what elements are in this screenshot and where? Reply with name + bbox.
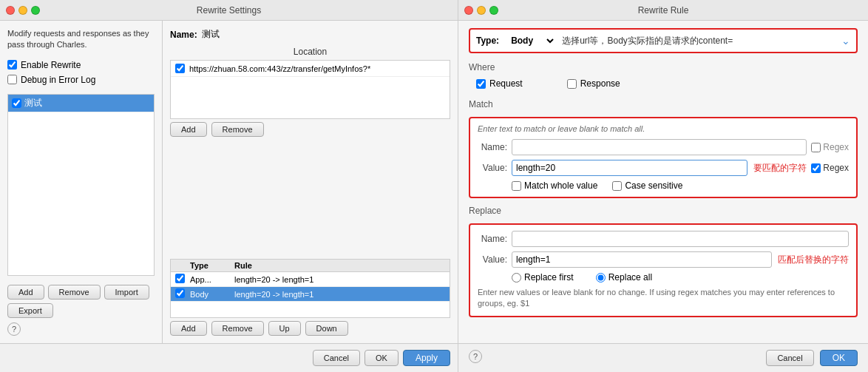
rule-down-button[interactable]: Down — [305, 321, 348, 336]
close-btn-left[interactable] — [6, 6, 15, 15]
col-rule-header: Rule — [234, 261, 445, 270]
remove-rule-button[interactable]: Remove — [48, 285, 101, 300]
match-header: Match — [469, 99, 858, 109]
loc-remove-button[interactable]: Remove — [211, 122, 264, 137]
rule-add-button[interactable]: Add — [170, 321, 207, 336]
rules-table-row-2[interactable]: Body length=20 -> length=1 — [171, 287, 450, 302]
location-row: https://zhuan.58.com:443/zz/transfer/get… — [171, 61, 450, 77]
case-sensitive-checkbox[interactable] — [612, 181, 622, 191]
response-checkbox[interactable] — [567, 79, 577, 89]
col-type-header: Type — [190, 261, 234, 270]
match-whole-row: Match whole value — [512, 180, 597, 191]
replace-value-annotation: 匹配后替换的字符 — [778, 254, 849, 266]
match-value-input[interactable] — [512, 160, 747, 176]
dropdown-icon: ⌄ — [841, 35, 850, 47]
location-checkbox[interactable] — [175, 64, 185, 73]
type-label: Type: — [476, 35, 499, 46]
enable-rewrite-checkbox[interactable] — [7, 60, 17, 70]
sidebar-rule-item[interactable]: 测试 — [8, 95, 154, 112]
case-sensitive-row: Case sensitive — [612, 180, 682, 191]
rule-up-button[interactable]: Up — [268, 321, 301, 336]
where-checkboxes: Request Response — [469, 75, 858, 92]
match-value-regex-checkbox[interactable] — [811, 163, 821, 173]
left-content: Modify requests and responses as they pa… — [0, 21, 458, 343]
ok-button-left[interactable]: OK — [365, 350, 399, 366]
export-button[interactable]: Export — [7, 303, 53, 318]
left-bottom-buttons: Cancel OK Apply — [0, 343, 458, 372]
replace-first-label: Replace first — [524, 272, 574, 283]
rules-table-row-1[interactable]: App... length=20 -> length=1 — [171, 272, 450, 287]
where-header: Where — [469, 62, 858, 72]
replace-value-input[interactable] — [512, 251, 772, 268]
debug-label: Debug in Error Log — [21, 75, 95, 85]
match-value-regex: Regex — [811, 163, 849, 173]
match-name-label: Name: — [478, 142, 507, 152]
request-checkbox[interactable] — [476, 79, 486, 89]
response-label: Response — [580, 78, 620, 89]
sidebar-buttons: Add Remove Import Export — [7, 285, 155, 318]
rules-table-section: Type Rule App... length=20 -> length=1 B… — [170, 259, 450, 336]
rules-action-buttons: Add Remove Up Down — [170, 321, 450, 336]
help-button-right[interactable]: ? — [469, 350, 482, 363]
match-name-input[interactable] — [512, 139, 807, 155]
replace-name-row: Name: — [478, 231, 849, 247]
replace-value-row: Value: 匹配后替换的字符 — [478, 251, 849, 268]
rule-row-1-type: App... — [190, 275, 234, 284]
sidebar-rule-checkbox[interactable] — [12, 98, 21, 108]
debug-checkbox[interactable] — [7, 75, 17, 84]
replace-first-row: Replace first — [512, 272, 574, 283]
match-name-row: Name: Regex — [478, 139, 849, 155]
sidebar-description: Modify requests and responses as they pa… — [7, 28, 155, 51]
min-btn-left[interactable] — [18, 6, 27, 15]
location-table: https://zhuan.58.com:443/zz/transfer/get… — [170, 60, 450, 119]
rule-row-2-checkbox[interactable] — [175, 288, 185, 298]
rule-row-2-rule: length=20 -> length=1 — [234, 290, 445, 299]
replace-name-input[interactable] — [512, 231, 849, 247]
replace-first-radio[interactable] — [512, 273, 521, 283]
sidebar-rule-name: 测试 — [24, 97, 42, 109]
add-rule-button[interactable]: Add — [7, 285, 44, 300]
left-main: Name: 测试 Location https://zhuan.58.com:4… — [163, 21, 458, 343]
rules-table-header: Type Rule — [171, 260, 450, 272]
sidebar-rules-list[interactable]: 测试 — [7, 94, 155, 276]
where-section: Where Request Response — [469, 62, 858, 92]
match-name-regex-checkbox[interactable] — [811, 143, 821, 152]
replace-section: Name: Value: 匹配后替换的字符 Replace first Repl… — [469, 223, 858, 317]
name-label: Name: — [170, 30, 197, 40]
match-options: Match whole value Case sensitive — [478, 180, 849, 191]
cancel-button-left[interactable]: Cancel — [313, 350, 360, 366]
name-value: 测试 — [202, 28, 220, 41]
match-section: Enter text to match or leave blank to ma… — [469, 117, 858, 198]
left-window-controls — [6, 6, 40, 15]
max-btn-left[interactable] — [31, 6, 40, 15]
right-window-controls — [464, 6, 498, 15]
replace-header: Replace — [469, 206, 858, 216]
ok-button-right[interactable]: OK — [820, 350, 858, 366]
max-btn-right[interactable] — [489, 6, 498, 15]
close-btn-right[interactable] — [464, 6, 473, 15]
replace-all-row: Replace all — [596, 272, 652, 283]
import-button[interactable]: Import — [104, 285, 149, 300]
min-btn-right[interactable] — [477, 6, 486, 15]
rule-row-1-checkbox[interactable] — [175, 274, 185, 283]
rule-row-2-type: Body — [190, 290, 234, 299]
apply-button[interactable]: Apply — [403, 350, 450, 366]
match-whole-label: Match whole value — [524, 180, 597, 191]
type-select[interactable]: Body URL Header — [505, 33, 556, 48]
enable-rewrite-label: Enable Rewrite — [21, 60, 81, 70]
right-window-title: Rewrite Rule — [638, 5, 689, 16]
cancel-button-right[interactable]: Cancel — [766, 350, 813, 366]
loc-add-button[interactable]: Add — [170, 122, 207, 137]
rule-remove-button[interactable]: Remove — [211, 321, 264, 336]
match-whole-checkbox[interactable] — [512, 181, 521, 191]
right-content: Type: Body URL Header 选择url等，Body实际指的是请求… — [458, 21, 868, 343]
replace-all-radio[interactable] — [596, 273, 606, 283]
help-button-left[interactable]: ? — [7, 322, 21, 336]
left-titlebar: Rewrite Settings — [0, 0, 458, 21]
request-checkbox-row: Request — [476, 78, 523, 89]
left-window-title: Rewrite Settings — [197, 5, 261, 16]
match-value-regex-label: Regex — [823, 163, 849, 173]
debug-row: Debug in Error Log — [7, 75, 155, 85]
replace-hint: Enter new values or leave blank for no c… — [478, 287, 849, 310]
match-name-regex-label: Regex — [823, 142, 849, 152]
